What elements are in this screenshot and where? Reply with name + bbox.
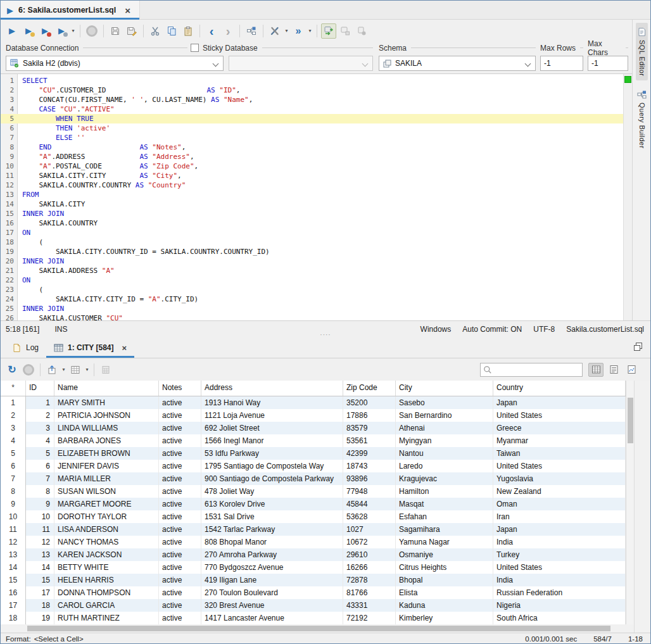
code-line[interactable]: 24 SAKILA.CITY.CITY_ID = "A".CITY_ID) (1, 294, 623, 304)
table-row[interactable]: 55ELIZABETH BROWNactive53 Idfu Parkway42… (1, 447, 626, 460)
search-input[interactable] (480, 363, 583, 377)
table-cell[interactable]: PATRICIA JOHNSON (54, 409, 159, 422)
table-cell[interactable]: 5 (26, 447, 54, 460)
table-cell[interactable]: 29610 (343, 548, 396, 561)
table-cell[interactable]: active (159, 586, 201, 599)
table-cell[interactable]: Russian Federation (493, 586, 626, 599)
table-cell[interactable]: 53628 (343, 510, 396, 523)
table-cell[interactable]: 613 Korolev Drive (201, 498, 343, 510)
table-cell[interactable]: HELEN HARRIS (54, 574, 159, 586)
table-cell[interactable]: Kaduna (396, 599, 493, 612)
grid-options-caret[interactable]: ▾ (84, 367, 91, 372)
row-number-cell[interactable]: 2 (1, 409, 26, 422)
row-number-cell[interactable]: 3 (1, 422, 26, 434)
code-line[interactable]: 10 "A".POSTAL_CODE AS "Zip Code", (1, 161, 623, 171)
export-button[interactable] (44, 362, 60, 377)
table-cell[interactable]: United States (493, 561, 626, 574)
table-cell[interactable]: 18743 (343, 460, 396, 472)
close-result-tab-icon[interactable]: × (122, 344, 127, 352)
row-number-cell[interactable]: 18 (1, 612, 26, 624)
column-header-country[interactable]: Country (493, 381, 626, 396)
chart-view-button[interactable] (624, 363, 639, 377)
table-cell[interactable]: DONNA THOMPSON (54, 586, 159, 599)
code-line[interactable]: 20INNER JOIN (1, 256, 623, 266)
code-line[interactable]: 3 CONCAT(CU.FIRST_NAME, ' ', CU.LAST_NAM… (1, 95, 623, 104)
row-number-cell[interactable]: 7 (1, 472, 26, 485)
code-line[interactable]: 12 SAKILA.COUNTRY.COUNTRY AS "Country" (1, 180, 623, 190)
text-view-button[interactable] (606, 363, 621, 377)
row-number-cell[interactable]: 16 (1, 586, 26, 599)
table-cell[interactable]: MARY SMITH (54, 396, 159, 409)
row-number-cell[interactable]: 8 (1, 485, 26, 498)
calculate-button[interactable] (98, 362, 113, 377)
execute-options-button[interactable]: ▶ (54, 23, 69, 39)
refresh-button[interactable]: ↻ (4, 362, 20, 377)
table-row[interactable]: 11MARY SMITHactive1913 Hanoi Way35200Sas… (1, 396, 626, 409)
table-cell[interactable]: Taiwan (493, 447, 626, 460)
table-cell[interactable]: 808 Bhopal Manor (201, 536, 343, 548)
table-cell[interactable]: 18 (26, 599, 54, 612)
monitor-button[interactable] (21, 362, 36, 377)
save-commit-button[interactable] (338, 23, 353, 39)
table-cell[interactable]: Sagamihara (396, 523, 493, 536)
table-cell[interactable]: 77948 (343, 485, 396, 498)
row-number-cell[interactable]: 4 (1, 434, 26, 447)
row-number-cell[interactable]: 13 (1, 548, 26, 561)
table-cell[interactable]: MARGARET MOORE (54, 498, 159, 510)
stop-button[interactable] (84, 23, 99, 39)
table-cell[interactable]: 1417 Lancaster Avenue (201, 612, 343, 624)
table-cell[interactable]: active (159, 409, 201, 422)
table-cell[interactable]: SUSAN WILSON (54, 485, 159, 498)
table-cell[interactable]: active (159, 434, 201, 447)
table-cell[interactable]: active (159, 472, 201, 485)
row-number-cell[interactable]: 17 (1, 599, 26, 612)
table-cell[interactable]: 1 (26, 396, 54, 409)
table-cell[interactable]: 1795 Santiago de Compostela Way (201, 460, 343, 472)
table-cell[interactable]: 1913 Hanoi Way (201, 396, 343, 409)
tab-result-city[interactable]: 1: CITY [584] × (46, 338, 134, 358)
horizontal-scrollbar[interactable] (1, 624, 634, 633)
table-cell[interactable]: 270 Toulon Boulevard (201, 586, 343, 599)
execute-options-caret[interactable]: ▾ (70, 28, 77, 34)
column-header-city[interactable]: City (396, 381, 493, 396)
code-line[interactable]: 15INNER JOIN (1, 209, 623, 218)
table-cell[interactable]: active (159, 536, 201, 548)
table-row[interactable]: 1313KAREN JACKSONactive270 Amroha Parkwa… (1, 548, 626, 561)
code-line[interactable]: 17ON (1, 228, 623, 237)
table-cell[interactable]: 11 (26, 523, 54, 536)
table-cell[interactable]: Masqat (396, 498, 493, 510)
table-cell[interactable]: Iran (493, 510, 626, 523)
table-row[interactable]: 1515HELEN HARRISactive419 Iligan Lane728… (1, 574, 626, 586)
row-number-cell[interactable]: 1 (1, 396, 26, 409)
max-chars-input[interactable] (588, 56, 628, 71)
continue-caret[interactable]: ▾ (307, 28, 313, 34)
table-cell[interactable]: 8 (26, 485, 54, 498)
table-cell[interactable]: 1566 Inegl Manor (201, 434, 343, 447)
tab-sql-editor[interactable]: SQL Editor (636, 23, 648, 80)
table-cell[interactable]: 320 Brest Avenue (201, 599, 343, 612)
table-cell[interactable]: 93896 (343, 472, 396, 485)
code-line[interactable]: 26 SAKILA.CUSTOMER "CU" (1, 313, 623, 320)
code-line-current[interactable]: 5 WHEN TRUE (1, 114, 623, 123)
code-line[interactable]: 1SELECT (1, 76, 623, 85)
table-cell[interactable]: Laredo (396, 460, 493, 472)
table-cell[interactable]: ELIZABETH BROWN (54, 447, 159, 460)
table-cell[interactable]: 12 (26, 536, 54, 548)
table-cell[interactable]: India (493, 536, 626, 548)
code-line[interactable]: 11 SAKILA.CITY.CITY AS "City", (1, 171, 623, 180)
code-line[interactable]: 9 "A".ADDRESS AS "Address", (1, 152, 623, 161)
table-cell[interactable]: Elista (396, 586, 493, 599)
close-tab-icon[interactable]: × (125, 6, 130, 15)
table-cell[interactable]: active (159, 485, 201, 498)
table-row[interactable]: 88SUSAN WILSONactive478 Joliet Way77948H… (1, 485, 626, 498)
table-cell[interactable]: 692 Joliet Street (201, 422, 343, 434)
code-line[interactable]: 19 SAKILA.CITY.COUNTRY_ID = SAKILA.COUNT… (1, 247, 623, 256)
grid-corner-header[interactable]: * (1, 381, 26, 396)
column-header-notes[interactable]: Notes (159, 381, 201, 396)
table-cell[interactable]: South Africa (493, 612, 626, 624)
execute-current-button[interactable]: ▶ (21, 23, 36, 39)
table-cell[interactable]: active (159, 447, 201, 460)
navigate-back-button[interactable]: ‹ (204, 23, 219, 39)
table-cell[interactable]: Citrus Heights (396, 561, 493, 574)
continue-execute-button[interactable]: » (291, 23, 306, 39)
